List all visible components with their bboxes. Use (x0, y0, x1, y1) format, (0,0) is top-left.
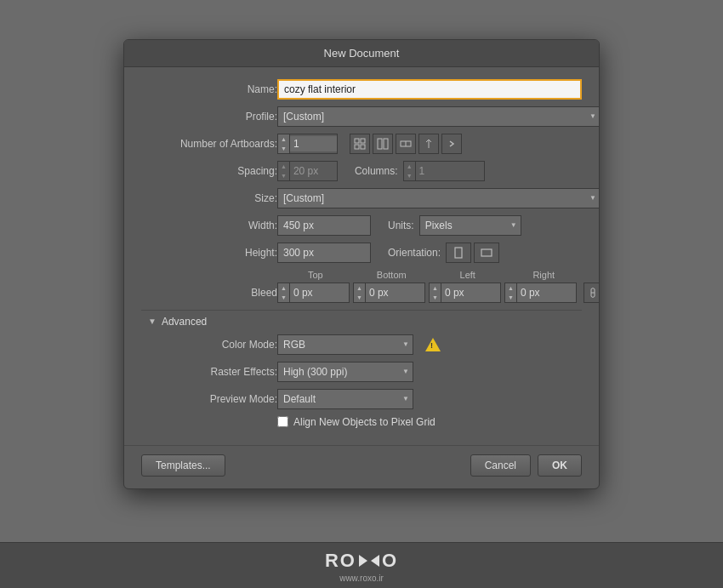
arrow-right-icon (359, 555, 367, 567)
bleed-top-spinner: ▲ ▼ (277, 283, 350, 303)
units-select[interactable]: Pixels Inches Centimeters Millimeters (419, 215, 521, 236)
name-row: Name: (141, 79, 582, 100)
bleed-left-spinner: ▲ ▼ (429, 283, 501, 303)
preview-label: Preview Mode: (141, 393, 277, 405)
footer-left: Templates... (141, 454, 225, 477)
profile-row: Profile: [Custom] (141, 106, 582, 127)
height-row: Height: Orientation: (141, 243, 582, 263)
advanced-toggle[interactable]: ▼ Advanced (141, 316, 582, 328)
bleed-top-down-btn[interactable]: ▼ (278, 293, 289, 302)
name-input[interactable] (277, 79, 582, 100)
bleed-top-up-btn[interactable]: ▲ (278, 283, 289, 293)
advanced-label: Advanced (162, 316, 207, 328)
artboards-row: Number of Artboards: ▲ ▼ (141, 134, 582, 154)
svg-rect-10 (481, 249, 492, 256)
align-checkbox[interactable] (277, 416, 288, 427)
bleed-labels-row: Top Bottom Left Right (141, 270, 582, 280)
columns-label: Columns: (355, 165, 398, 177)
colormode-select[interactable]: RGB CMYK (277, 334, 413, 355)
preview-select[interactable]: Default Pixel Overprint (277, 389, 413, 409)
artboard-arrange-icon-btn[interactable] (396, 134, 416, 154)
colormode-row: Color Mode: RGB CMYK (141, 334, 582, 355)
bleed-bottom-input[interactable] (366, 285, 413, 300)
bleed-bottom-label: Bottom (354, 270, 430, 280)
svg-rect-2 (355, 145, 359, 149)
preview-row: Preview Mode: Default Pixel Overprint (141, 389, 582, 409)
height-input[interactable] (277, 243, 371, 263)
bleed-bottom-up-btn[interactable]: ▲ (354, 283, 365, 293)
size-label: Size: (141, 192, 277, 204)
artboard-arrow-icon-btn[interactable] (441, 134, 462, 154)
brand-url: www.roxo.ir (339, 574, 384, 583)
spacing-label: Spacing: (141, 165, 277, 177)
footer-right: Cancel OK (470, 454, 582, 477)
colormode-warning-icon (425, 337, 441, 352)
bleed-right-up-btn[interactable]: ▲ (505, 283, 516, 293)
size-row: Size: [Custom] (141, 188, 582, 208)
bleed-right-input[interactable] (517, 285, 564, 300)
artboard-grid2-icon-btn[interactable] (373, 134, 393, 154)
bleed-right-down-btn[interactable]: ▼ (505, 293, 516, 302)
bleed-right-label: Right (506, 270, 583, 280)
columns-increment-btn[interactable]: ▲ (404, 162, 415, 171)
svg-rect-4 (378, 139, 382, 149)
size-select[interactable]: [Custom] (277, 188, 600, 208)
portrait-btn[interactable] (446, 243, 471, 263)
artboards-decrement-btn[interactable]: ▼ (278, 144, 289, 153)
advanced-triangle-icon: ▼ (148, 317, 157, 326)
arrow-left-icon (371, 555, 379, 567)
svg-rect-1 (361, 139, 365, 143)
svg-rect-0 (355, 139, 359, 143)
section-divider (141, 310, 582, 311)
bleed-left-up-btn[interactable]: ▲ (430, 283, 441, 293)
units-label: Units: (388, 220, 414, 231)
bleed-inputs-row: Bleed ▲ ▼ ▲ ▼ (141, 283, 582, 303)
align-checkbox-row: Align New Objects to Pixel Grid (141, 416, 582, 428)
new-document-dialog: New Document Name: Profile: [Custom] (123, 39, 600, 489)
raster-select[interactable]: High (300 ppi) Medium (150 ppi) Screen (… (277, 362, 413, 382)
spacing-decrement-btn[interactable]: ▼ (278, 171, 289, 180)
columns-decrement-btn[interactable]: ▼ (404, 171, 415, 180)
svg-rect-5 (384, 139, 388, 149)
cancel-button[interactable]: Cancel (470, 454, 531, 477)
svg-rect-3 (361, 145, 365, 149)
spacing-value-input[interactable] (290, 163, 337, 179)
bleed-section: Top Bottom Left Right Bleed ▲ ▼ (141, 270, 582, 303)
spacing-spinner: ▲ ▼ (277, 161, 338, 181)
artboard-move-icon-btn[interactable] (418, 134, 439, 154)
bleed-bottom-down-btn[interactable]: ▼ (354, 293, 365, 302)
dialog-footer: Templates... Cancel OK (124, 445, 599, 488)
bleed-label: Bleed (141, 287, 277, 299)
artboards-increment-btn[interactable]: ▲ (278, 134, 289, 144)
templates-button[interactable]: Templates... (141, 454, 225, 477)
bleed-left-input[interactable] (441, 285, 488, 300)
profile-select[interactable]: [Custom] (277, 106, 600, 127)
ok-button[interactable]: OK (538, 454, 582, 477)
align-label[interactable]: Align New Objects to Pixel Grid (293, 416, 436, 428)
bleed-top-label: Top (277, 270, 354, 280)
columns-value-input[interactable] (416, 163, 484, 179)
svg-rect-9 (455, 248, 462, 258)
brand-logo: RO O (325, 550, 398, 572)
bleed-bottom-spinner: ▲ ▼ (353, 283, 425, 303)
artboards-value-input[interactable] (290, 136, 337, 151)
orientation-buttons (446, 243, 499, 263)
raster-row: Raster Effects: High (300 ppi) Medium (1… (141, 362, 582, 382)
spacing-increment-btn[interactable]: ▲ (278, 162, 289, 171)
bleed-right-spinner: ▲ ▼ (504, 283, 577, 303)
bleed-top-input[interactable] (290, 285, 337, 300)
width-label: Width: (141, 220, 277, 231)
name-label: Name: (141, 83, 277, 95)
bleed-left-down-btn[interactable]: ▼ (430, 293, 441, 302)
artboard-grid-icon-btn[interactable] (350, 134, 370, 154)
width-input[interactable] (277, 215, 371, 236)
colormode-label: Color Mode: (141, 339, 277, 351)
landscape-btn[interactable] (474, 243, 499, 263)
dialog-title: New Document (124, 40, 599, 67)
columns-spinner: ▲ ▼ (403, 161, 485, 181)
bleed-link-btn[interactable] (584, 283, 600, 303)
artboards-spinner: ▲ ▼ (277, 134, 338, 154)
profile-label: Profile: (141, 111, 277, 123)
artboards-label: Number of Artboards: (141, 138, 277, 150)
bleed-left-label: Left (430, 270, 506, 280)
